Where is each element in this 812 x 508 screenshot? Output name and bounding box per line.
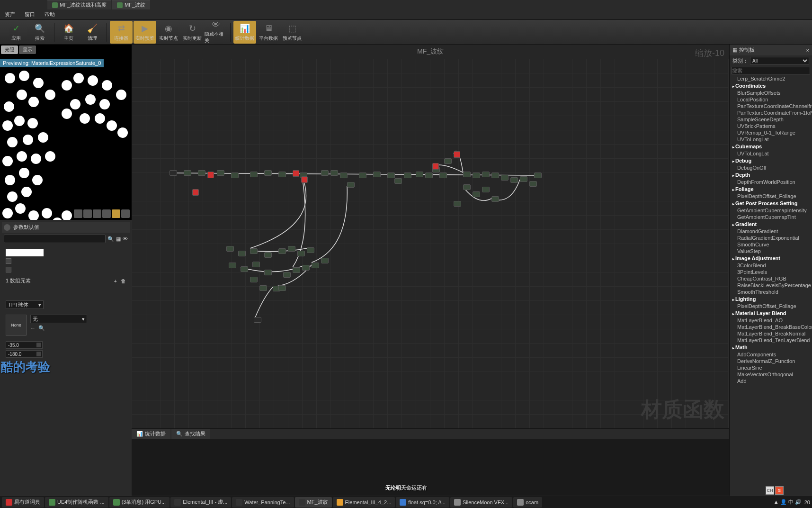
texture-dropdown[interactable]: 无▾ (30, 315, 87, 323)
param-search[interactable] (4, 235, 106, 243)
preview-shape-btn[interactable] (83, 209, 92, 218)
toolbar-platform[interactable]: 🖥平台数据 (257, 21, 280, 44)
palette-category[interactable]: Image Adjustment (730, 254, 812, 262)
preview-shape-btn[interactable] (121, 209, 130, 218)
palette-category[interactable]: Foliage (730, 185, 812, 193)
palette-item[interactable]: MatLayerBlend_TenLayerBlend (730, 337, 812, 344)
graph-node[interactable] (184, 170, 191, 176)
palette-item[interactable]: SampleSceneDepth (730, 116, 812, 123)
graph-node[interactable] (520, 176, 527, 182)
palette-item[interactable]: 3ColorBlend (730, 262, 812, 269)
palette-item[interactable]: SmoothCurve (730, 241, 812, 248)
palette-item[interactable]: GetAmbientCubemapIntensity (730, 207, 812, 214)
palette-list[interactable]: Lerp_ScratchGrime2CoordinatesBlurSampleO… (730, 75, 812, 496)
graph-node[interactable] (207, 172, 214, 178)
taskbar-item[interactable]: (3条消息) 用GPU... (109, 497, 170, 508)
back-icon[interactable]: ← (30, 325, 36, 331)
tray-icons[interactable]: ▲ 👤 中 🔊 (774, 499, 802, 506)
taskbar-item[interactable]: Elemental_III - 虚... (170, 497, 231, 508)
preview-shape-btn[interactable] (102, 209, 111, 218)
palette-item[interactable]: MatLayerBlend_BreakBaseColor (730, 324, 812, 330)
palette-item[interactable]: BlurSampleOffsets (730, 90, 812, 96)
graph-node[interactable] (510, 177, 518, 183)
graph-node[interactable] (302, 265, 310, 271)
graph-node[interactable] (198, 170, 205, 176)
palette-item[interactable]: PanTextureCoordinateChannelfron (730, 103, 812, 109)
palette-item[interactable]: MakeVectorsOrthogonal (730, 371, 812, 378)
palette-category[interactable]: Depth (730, 171, 812, 179)
graph-node[interactable] (217, 170, 224, 176)
graph-node[interactable] (259, 285, 267, 291)
graph-node[interactable] (252, 262, 260, 267)
close-icon[interactable]: × (806, 47, 809, 53)
graph-node[interactable] (359, 172, 366, 178)
graph-node[interactable] (293, 267, 300, 273)
graph-node[interactable] (454, 201, 461, 207)
palette-item[interactable]: DiamondGradient (730, 228, 812, 235)
doc-tab-1[interactable]: MF_波纹 (112, 0, 150, 9)
param-spinner-2[interactable]: -180.0 (6, 350, 43, 358)
taskbar-item[interactable]: SilenceMoon VFX... (450, 497, 512, 508)
toolbar-live-nodes[interactable]: ◉实时节点 (157, 21, 180, 44)
graph-node[interactable] (394, 178, 402, 184)
palette-item[interactable]: UVBrickPatterns (730, 123, 812, 129)
palette-item[interactable]: ValueStep (730, 248, 812, 254)
param-checkbox[interactable] (6, 258, 11, 264)
toolbar-preview-nodes[interactable]: ⬚预览节点 (281, 21, 303, 44)
graph-node[interactable] (312, 263, 319, 268)
palette-item[interactable]: RaiseBlackLevelsByPercentage (730, 282, 812, 289)
preview-shape-btn[interactable] (74, 209, 82, 218)
toolbar-live-preview[interactable]: ▶实时预览 (134, 21, 156, 44)
palette-category[interactable]: Math (730, 344, 812, 351)
graph-node[interactable] (330, 170, 338, 176)
graph-node[interactable] (340, 172, 348, 178)
graph-node[interactable] (288, 246, 295, 252)
ime-lang[interactable]: CH (766, 486, 774, 495)
graph-node[interactable] (307, 247, 314, 253)
category-filter[interactable]: All (750, 57, 809, 64)
graph-node[interactable] (238, 251, 246, 256)
palette-category[interactable]: Lighting (730, 295, 812, 303)
graph-node[interactable] (491, 172, 499, 178)
graph-node[interactable] (226, 246, 234, 252)
taskbar-item[interactable]: float sq=0.0; //... (396, 497, 449, 508)
trash-icon[interactable]: 🗑 (121, 278, 126, 284)
param-checkbox[interactable] (6, 267, 11, 272)
eye-icon[interactable]: 👁 (123, 236, 128, 242)
tab-stats[interactable]: 📊统计数据 (132, 429, 170, 439)
graph-node[interactable] (192, 189, 199, 196)
graph-node[interactable] (534, 172, 542, 178)
graph-node[interactable] (264, 270, 272, 275)
graph-node[interactable] (283, 272, 291, 278)
palette-item[interactable]: DebugOnOff (730, 164, 812, 171)
param-input[interactable] (6, 249, 44, 256)
graph-node[interactable] (229, 263, 236, 268)
palette-item[interactable]: UVRemap_0-1_ToRange (730, 129, 812, 136)
graph-node[interactable] (501, 175, 509, 181)
search-icon[interactable]: 🔍 (107, 236, 114, 242)
grid-icon[interactable]: ▦ (116, 236, 121, 242)
menu-asset[interactable]: 资产 (5, 11, 15, 18)
graph-node[interactable] (529, 181, 537, 187)
graph-node[interactable] (170, 170, 177, 176)
graph-node[interactable] (387, 172, 395, 178)
palette-item[interactable]: CheapContrast_RGB (730, 275, 812, 282)
doc-tab-0[interactable]: MF_波纹法线和高度 (47, 0, 111, 9)
texture-thumbnail[interactable]: None (6, 315, 27, 336)
graph-node[interactable] (278, 172, 286, 177)
toolbar-hide-unrelated[interactable]: 👁隐藏不相关 (205, 21, 227, 44)
palette-search[interactable] (732, 67, 810, 74)
graph-node[interactable] (473, 172, 480, 178)
graph-canvas[interactable]: 材质函数 (132, 59, 729, 428)
toolbar-apply[interactable]: ✓应用 (5, 21, 27, 44)
menu-window[interactable]: 窗口 (25, 11, 35, 18)
palette-item[interactable]: LocalPosition (730, 96, 812, 103)
palette-item[interactable]: RadialGradientExponential (730, 235, 812, 241)
graph-node[interactable] (482, 187, 490, 192)
taskbar-item[interactable]: Elemental_III_4_2... (333, 497, 395, 508)
palette-item[interactable]: UVToLongLat (730, 150, 812, 157)
graph-node[interactable] (432, 163, 439, 170)
add-icon[interactable]: + (114, 278, 117, 284)
graph-node[interactable] (293, 170, 299, 177)
taskbar-item[interactable]: UE4制作随机函数 ... (45, 497, 108, 508)
